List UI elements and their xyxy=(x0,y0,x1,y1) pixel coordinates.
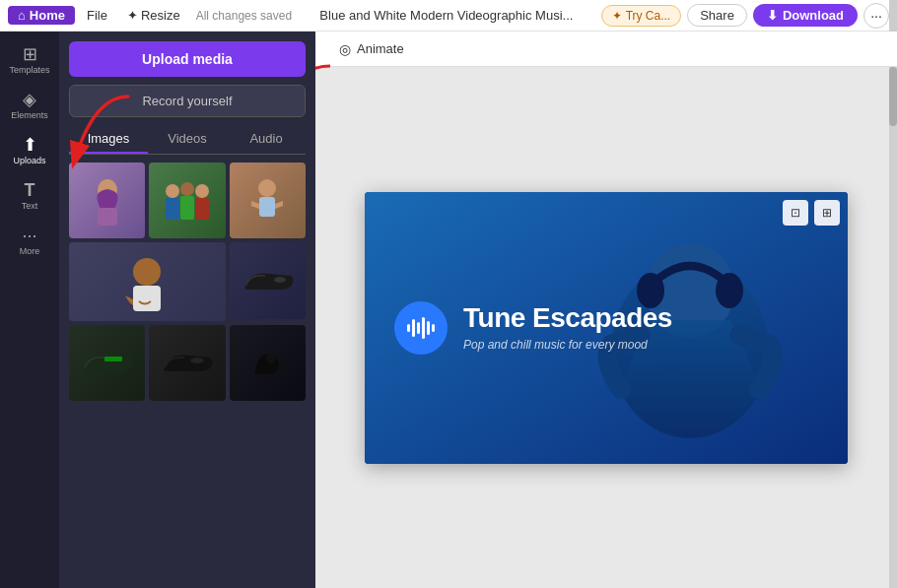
animate-button[interactable]: ◎ Animate xyxy=(331,37,412,61)
design-card[interactable]: Tune Escapades Pop and chill music for e… xyxy=(365,192,848,464)
sidebar-item-elements[interactable]: ◈ Elements xyxy=(4,85,55,126)
image-thumb-6[interactable] xyxy=(69,325,145,401)
svg-point-4 xyxy=(195,184,209,198)
text-icon: T xyxy=(25,181,35,199)
resize-menu[interactable]: ✦ Resize xyxy=(119,6,188,25)
image-thumb-7[interactable] xyxy=(149,325,225,401)
waveform xyxy=(407,317,435,339)
sidebar-item-more[interactable]: ··· More xyxy=(4,221,55,262)
resize-icon: ✦ xyxy=(127,8,138,23)
svg-rect-5 xyxy=(166,198,179,220)
image-thumb-3[interactable] xyxy=(230,163,306,238)
more-button[interactable]: ··· xyxy=(863,3,889,29)
svg-point-3 xyxy=(180,182,194,196)
more-sidebar-icon: ··· xyxy=(22,227,36,244)
svg-rect-7 xyxy=(195,198,209,220)
main-layout: ⊞ Templates ◈ Elements ⬆ Uploads T Text … xyxy=(0,32,897,588)
sidebar-item-text[interactable]: T Text xyxy=(4,175,55,217)
templates-icon: ⊞ xyxy=(23,45,37,63)
svg-point-10 xyxy=(133,258,161,286)
svg-point-12 xyxy=(274,277,286,283)
file-menu[interactable]: File xyxy=(79,6,115,25)
more-icon: ··· xyxy=(870,8,882,24)
sidebar-item-uploads[interactable]: ⬆ Uploads xyxy=(4,130,55,171)
tab-audio[interactable]: Audio xyxy=(227,125,306,154)
image-thumb-5[interactable] xyxy=(230,242,306,318)
canvas-content: Tune Escapades Pop and chill music for e… xyxy=(315,67,897,588)
image-thumb-2[interactable] xyxy=(149,163,225,238)
card-controls: ⊡ ⊞ xyxy=(783,200,840,226)
scrollbar-thumb[interactable] xyxy=(889,67,897,126)
card-add-button[interactable]: ⊞ xyxy=(814,200,840,226)
trycaa-icon: ✦ xyxy=(612,9,622,23)
svg-point-2 xyxy=(166,184,179,198)
share-button[interactable]: Share xyxy=(687,4,747,27)
image-thumb-1[interactable] xyxy=(69,163,145,238)
download-button[interactable]: ⬇ Download xyxy=(753,4,858,27)
try-caa-button[interactable]: ✦ Try Ca... xyxy=(601,5,682,27)
svg-rect-1 xyxy=(98,208,117,226)
canvas-scrollbar[interactable] xyxy=(889,67,897,588)
image-thumb-4[interactable] xyxy=(69,242,226,320)
svg-point-14 xyxy=(190,358,204,363)
music-icon-circle xyxy=(394,301,448,355)
design-text: Tune Escapades Pop and chill music for e… xyxy=(463,303,672,352)
svg-rect-6 xyxy=(180,196,194,220)
topbar-right: ✦ Try Ca... Share ⬇ Download ··· xyxy=(601,3,889,29)
tab-videos[interactable]: Videos xyxy=(148,125,227,154)
image-grid xyxy=(69,163,306,401)
home-icon: ⌂ xyxy=(18,8,26,23)
svg-rect-9 xyxy=(259,197,275,217)
design-title: Tune Escapades xyxy=(463,303,672,334)
card-expand-button[interactable]: ⊡ xyxy=(783,200,808,226)
animate-icon: ◎ xyxy=(339,41,351,57)
svg-point-8 xyxy=(258,179,276,197)
topbar: ⌂ Home File ✦ Resize All changes saved B… xyxy=(0,0,897,32)
svg-point-15 xyxy=(266,354,276,363)
expand-icon: ⊡ xyxy=(791,206,800,220)
home-button[interactable]: ⌂ Home xyxy=(8,6,75,25)
svg-rect-13 xyxy=(104,357,122,361)
icon-sidebar: ⊞ Templates ◈ Elements ⬆ Uploads T Text … xyxy=(0,32,59,588)
media-tabs: Images Videos Audio xyxy=(69,125,306,155)
canvas-toolbar: ◎ Animate xyxy=(315,32,897,67)
upload-media-button[interactable]: Upload media xyxy=(69,41,306,77)
canvas-area: ◎ Animate xyxy=(315,32,897,588)
elements-icon: ◈ xyxy=(23,91,36,108)
uploads-panel: Upload media Record yourself Images Vide… xyxy=(59,32,315,588)
image-thumb-8[interactable] xyxy=(230,325,306,401)
record-yourself-button[interactable]: Record yourself xyxy=(69,85,306,117)
svg-rect-11 xyxy=(133,286,161,311)
download-icon: ⬇ xyxy=(767,8,778,23)
design-content: Tune Escapades Pop and chill music for e… xyxy=(365,192,848,464)
document-title: Blue and White Modern Videographic Musi.… xyxy=(296,8,597,23)
add-icon: ⊞ xyxy=(822,206,832,220)
design-subtitle: Pop and chill music for every mood xyxy=(463,338,672,352)
save-status: All changes saved xyxy=(196,9,292,23)
tab-images[interactable]: Images xyxy=(69,125,148,154)
uploads-icon: ⬆ xyxy=(23,136,37,154)
sidebar-item-templates[interactable]: ⊞ Templates xyxy=(4,39,55,81)
